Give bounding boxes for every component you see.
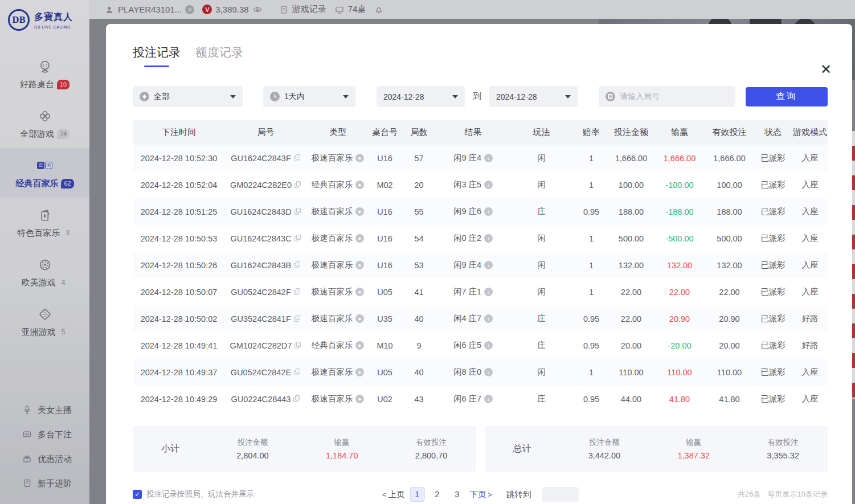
cell-type: 经典百家乐▶ [306, 340, 369, 351]
cell-time: 2024-12-28 10:50:07 [133, 288, 225, 297]
table-row: 2024-12-28 10:50:26GU1624C2843B极速百家乐▶U16… [133, 252, 828, 278]
copy-icon[interactable] [293, 395, 300, 403]
info-icon[interactable]: i [484, 181, 493, 189]
cell-table: U35 [369, 314, 400, 323]
tab-bet-records[interactable]: 投注记录 [133, 44, 181, 67]
merge-checkbox[interactable]: ✓ [133, 490, 142, 499]
info-icon[interactable]: i [484, 368, 493, 376]
cell-round: GU0524C2842F [225, 288, 306, 297]
cell-count: 40 [400, 314, 437, 323]
copy-icon[interactable] [294, 288, 301, 296]
info-icon[interactable]: i [484, 207, 493, 216]
date-to-select[interactable]: 2024-12-28 [489, 86, 578, 107]
total-bet-value: 3,442.00 [560, 451, 649, 460]
play-icon[interactable]: ▶ [355, 314, 364, 323]
cell-mode: 好路 [792, 340, 828, 351]
play-icon[interactable]: ▶ [355, 234, 364, 243]
cell-valid: 41.80 [705, 395, 754, 404]
cell-bet: 100.00 [608, 181, 654, 190]
copy-icon[interactable] [294, 342, 301, 349]
category-select[interactable]: 全部 [133, 86, 243, 107]
cell-odds: 0.95 [574, 341, 608, 350]
subtotal-winloss-label: 输赢 [297, 437, 387, 448]
play-icon[interactable]: ▶ [355, 261, 364, 269]
copy-icon[interactable] [294, 368, 301, 376]
play-icon[interactable]: ▶ [355, 181, 364, 189]
info-icon[interactable]: i [484, 261, 493, 269]
cell-table: U16 [369, 154, 400, 163]
filter-bar: 全部 1天内 2024-12-28 到 2024-12-28 请输入局号 查询 [133, 86, 828, 107]
cell-bet: 22.00 [608, 288, 654, 297]
merge-option[interactable]: ✓ 投注记录按照局、玩法合并展示 [133, 489, 254, 499]
info-icon[interactable]: i [484, 395, 493, 403]
total-count: 共26条 [738, 489, 760, 499]
cell-mode: 入座 [792, 206, 828, 217]
jump-page-input[interactable] [542, 487, 578, 502]
copy-icon[interactable] [294, 208, 301, 215]
subtotal-valid-value: 2,800.70 [387, 451, 476, 460]
chip-icon [140, 92, 149, 101]
tab-quota-records[interactable]: 额度记录 [195, 44, 243, 67]
date-to-value: 2024-12-28 [496, 92, 537, 101]
play-icon[interactable]: ▶ [355, 207, 364, 216]
copy-icon[interactable] [294, 154, 301, 162]
round-search-input[interactable]: 请输入局号 [599, 86, 735, 107]
play-icon[interactable]: ▶ [355, 288, 364, 296]
copy-icon[interactable] [294, 315, 301, 322]
next-page-button[interactable]: 下页 > [469, 489, 492, 500]
copy-icon[interactable] [294, 261, 301, 269]
page-button-2[interactable]: 2 [429, 487, 444, 502]
cell-play: 庄 [509, 313, 574, 324]
cell-result: 闲3 庄5i [437, 179, 509, 190]
range-select[interactable]: 1天内 [263, 86, 355, 107]
cell-status: 已派彩 [754, 367, 792, 378]
table-header-row: 下注时间局号类型桌台号局数结果玩法赔率投注金额输赢有效投注状态游戏模式 [133, 120, 828, 145]
cell-mode: 入座 [792, 233, 828, 244]
column-header: 玩法 [509, 127, 574, 138]
category-value: 全部 [154, 92, 170, 102]
cell-odds: 1 [574, 181, 608, 190]
modal-footer: ✓ 投注记录按照局、玩法合并展示 < 上页 123 下页 > 跳转到 共26条 … [133, 486, 828, 503]
cell-mode: 入座 [792, 179, 828, 190]
copy-icon[interactable] [294, 235, 301, 242]
cell-play: 闲 [509, 233, 574, 244]
play-icon[interactable]: ▶ [355, 154, 364, 162]
close-icon[interactable]: ✕ [820, 63, 832, 76]
table-row: 2024-12-28 10:50:53GU1624C2843C极速百家乐▶U16… [133, 225, 828, 252]
cell-valid: 500.00 [705, 234, 754, 243]
cell-bet: 132.00 [608, 261, 654, 270]
cell-count: 9 [400, 341, 437, 350]
column-header: 下注时间 [133, 127, 225, 138]
info-icon[interactable]: i [484, 314, 493, 323]
total-winloss-label: 输赢 [649, 437, 738, 448]
cell-result: 闲7 庄1i [437, 286, 509, 297]
caret-down-icon [343, 95, 349, 99]
cell-count: 57 [400, 154, 437, 163]
play-icon[interactable]: ▶ [355, 395, 364, 403]
cell-table: U05 [369, 368, 400, 377]
cell-status: 已派彩 [754, 313, 792, 324]
subtotal-winloss-value: 1,184.70 [297, 451, 387, 460]
page-numbers: 123 [410, 487, 464, 502]
copy-icon[interactable] [294, 181, 301, 189]
cell-mode: 入座 [792, 367, 828, 378]
info-icon[interactable]: i [484, 154, 493, 162]
column-header: 桌台号 [369, 127, 400, 138]
query-button[interactable]: 查询 [746, 87, 828, 106]
date-from-select[interactable]: 2024-12-28 [377, 86, 465, 107]
info-icon[interactable]: i [484, 234, 493, 243]
prev-page-button[interactable]: < 上页 [382, 489, 405, 500]
cell-odds: 0.95 [574, 207, 608, 216]
info-icon[interactable]: i [484, 341, 493, 350]
page-button-1[interactable]: 1 [410, 487, 424, 502]
cell-count: 43 [400, 395, 437, 404]
cell-odds: 1 [574, 234, 608, 243]
cell-status: 已派彩 [754, 206, 792, 217]
cell-round: GU1624C2843D [225, 207, 306, 216]
info-icon[interactable]: i [484, 288, 493, 296]
column-header: 投注金额 [608, 127, 654, 138]
play-icon[interactable]: ▶ [355, 368, 364, 376]
cell-valid: 1,666.00 [705, 154, 754, 163]
play-icon[interactable]: ▶ [355, 341, 364, 350]
page-button-3[interactable]: 3 [449, 487, 464, 502]
